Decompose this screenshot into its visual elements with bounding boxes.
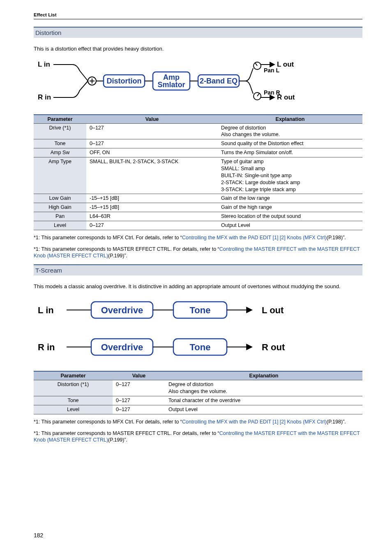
tscream-param-table: Parameter Value Explanation Distortion (… [34, 371, 362, 414]
diag2-l-out: L out [262, 305, 284, 315]
th-explanation: Explanation [165, 371, 362, 380]
diag2-block-tone-r: Tone [190, 342, 211, 352]
section-title-tscream: T-Scream [34, 264, 362, 275]
table-row: Tone0–127Tonal character of the overdriv… [34, 396, 362, 405]
th-value: Value [113, 371, 165, 380]
header-bar: Effect List [34, 12, 362, 19]
diag2-l-in: L in [38, 305, 54, 315]
tscream-footnote-1: *1: This parameter corresponds to MFX Ct… [34, 419, 362, 425]
svg-line-13 [257, 93, 259, 96]
th-parameter: Parameter [34, 371, 113, 380]
distortion-signal-diagram: L in R in Distortion Amp Smlator 2-Band … [34, 58, 362, 107]
tscream-signal-diagram: L in Overdrive Tone L out R in Overdrive… [34, 296, 362, 363]
diag-r-out: R out [277, 93, 295, 101]
table-row: Distortion (*1)0–127Degree of distortion… [34, 380, 362, 396]
diag2-block-tone-l: Tone [190, 305, 211, 315]
distortion-intro: This is a distortion effect that provide… [34, 45, 362, 53]
table-row: Level0–127Output Level [34, 221, 362, 230]
diag-block-eq: 2-Band EQ [200, 77, 238, 85]
th-value: Value [86, 115, 218, 124]
table-row: Low Gain-15–+15 [dB]Gain of the low rang… [34, 194, 362, 203]
link-mfx-ctrl[interactable]: Controlling the MFX with the PAD EDIT [1… [182, 235, 327, 240]
th-parameter: Parameter [34, 115, 86, 124]
link-mfx-ctrl[interactable]: Controlling the MFX with the PAD EDIT [1… [182, 419, 327, 425]
diag2-block-overdrive-l: Overdrive [101, 305, 143, 315]
breadcrumb: Effect List [34, 12, 57, 17]
diag2-r-out: R out [262, 342, 285, 352]
diag-block-distortion: Distortion [107, 77, 142, 85]
table-row: Drive (*1)0–127Degree of distortion Also… [34, 123, 362, 139]
diag-l-out: L out [277, 60, 294, 68]
section-title-distortion: Distortion [34, 27, 362, 38]
table-row: Amp TypeSMALL, BUILT-IN, 2-STACK, 3-STAC… [34, 157, 362, 194]
diag-r-in: R in [38, 93, 51, 101]
table-row: High Gain-15–+15 [dB]Gain of the high ra… [34, 203, 362, 212]
tscream-intro: This models a classic analog overdrive. … [34, 283, 362, 290]
diag2-block-overdrive-r: Overdrive [101, 342, 143, 352]
diag-l-in: L in [38, 60, 50, 68]
table-row: Amp SwOFF, ONTurns the Amp Simulator on/… [34, 148, 362, 157]
distortion-param-table: Parameter Value Explanation Drive (*1)0–… [34, 114, 362, 230]
page-number: 182 [34, 532, 43, 539]
diag2-r-in: R in [38, 342, 55, 352]
table-row: Level0–127Output Level [34, 405, 362, 414]
diag-block-amp-bot: Smlator [157, 81, 185, 89]
svg-line-11 [255, 63, 257, 66]
distortion-footnote-2: *1: This parameter corresponds to MASTER… [34, 246, 362, 259]
tscream-footnote-2: *1: This parameter corresponds to MASTER… [34, 430, 362, 444]
th-explanation: Explanation [218, 115, 362, 124]
table-row: PanL64–63RStereo location of the output … [34, 212, 362, 221]
distortion-footnote-1: *1: This parameter corresponds to MFX Ct… [34, 234, 362, 241]
pan-r-icon [254, 92, 261, 100]
pan-l-icon [254, 62, 261, 69]
diag-block-amp-top: Amp [163, 73, 180, 81]
table-row: Tone0–127Sound quality of the Distortion… [34, 139, 362, 148]
